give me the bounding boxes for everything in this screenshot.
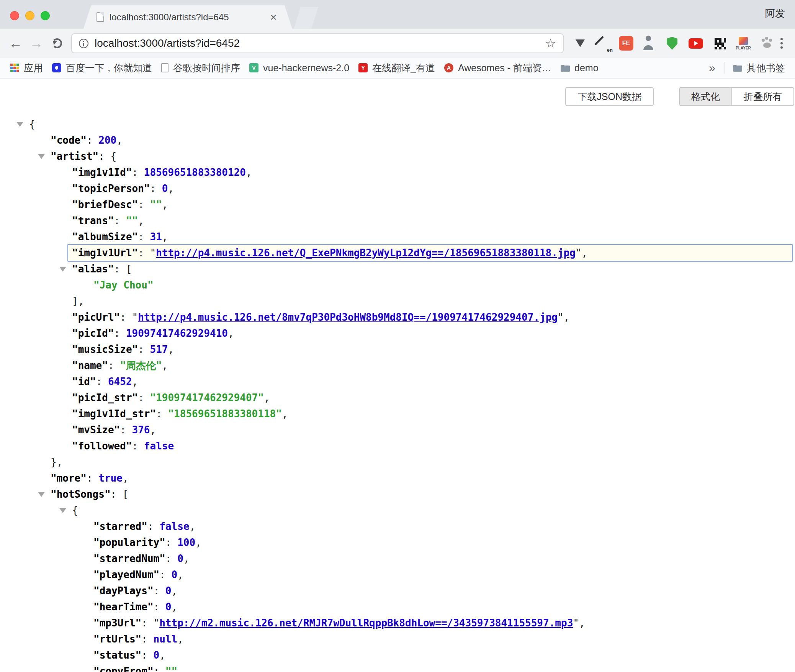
reload-icon[interactable] xyxy=(47,33,67,54)
json-token: : " xyxy=(138,247,156,259)
qr-icon[interactable] xyxy=(711,33,728,54)
tab-close-icon[interactable] xyxy=(268,11,279,23)
json-token: 0 xyxy=(154,649,160,661)
json-token: "18569651883380118" xyxy=(168,408,281,420)
bookmark-star-icon[interactable] xyxy=(545,36,556,51)
json-line: "id": 6452, xyxy=(0,374,795,390)
json-line: "mp3Url": "http://m2.music.126.net/RMJR7… xyxy=(0,615,795,631)
json-token: "picId" xyxy=(72,328,114,339)
json-line-content: "img1v1Id": 18569651883380120, xyxy=(72,164,795,180)
bookmarks-bar: 应用百度一下，你就知道谷歌按时间排序Vvue-hackernews-2.0Y在线… xyxy=(0,58,795,79)
address-bar[interactable]: localhost:3000/artists?id=6452 xyxy=(71,33,564,53)
shield-icon[interactable] xyxy=(663,33,681,54)
json-token: : xyxy=(165,553,177,564)
bookmarks-bar-items: 应用百度一下，你就知道谷歌按时间排序Vvue-hackernews-2.0Y在线… xyxy=(5,58,603,78)
paw-icon[interactable] xyxy=(758,33,776,54)
json-line-content: "hearTime": 0, xyxy=(93,599,795,615)
json-line: "copyFrom": "", xyxy=(0,663,795,672)
json-link[interactable]: http://p4.music.126.net/8mv7qP30Pd3oHW8b… xyxy=(138,311,558,323)
vimium-icon[interactable] xyxy=(571,33,589,54)
json-token: "artist" xyxy=(51,151,98,162)
bookmark-item[interactable]: demo xyxy=(556,58,603,78)
json-line: "playedNum": 0, xyxy=(0,567,795,583)
collapse-all-button[interactable]: 折叠所有 xyxy=(732,87,794,106)
bookmarks-divider xyxy=(725,62,725,74)
close-window-button[interactable] xyxy=(10,11,19,20)
json-token: , xyxy=(123,472,129,484)
browser-window: localhost:3000/artists?id=645 阿发 localho… xyxy=(0,0,795,672)
json-line-content: "mp3Url": "http://m2.music.126.net/RMJR7… xyxy=(93,615,795,631)
json-token: : xyxy=(120,424,132,436)
json-line-content: "rtUrls": null, xyxy=(93,631,795,647)
bookmark-item[interactable]: 应用 xyxy=(5,58,47,78)
json-line: "topicPerson": 0, xyxy=(0,180,795,197)
json-token: 0 xyxy=(165,585,172,597)
bookmark-item[interactable]: AAwesomes - 前端资… xyxy=(440,58,556,78)
bookmark-item[interactable]: Vvue-hackernews-2.0 xyxy=(245,58,354,78)
json-line-content: "starredNum": 0, xyxy=(93,551,795,567)
bookmark-item[interactable]: Y在线翻译_有道 xyxy=(354,58,440,78)
json-line-content: ], xyxy=(72,293,795,309)
json-token: "starred" xyxy=(93,521,147,532)
json-line-content: "mvSize": 376, xyxy=(72,422,795,438)
collapse-toggle-icon[interactable] xyxy=(59,267,66,272)
json-token: : xyxy=(132,440,144,452)
page-icon xyxy=(161,63,168,72)
json-token: "hearTime" xyxy=(93,601,154,613)
json-token: , xyxy=(183,553,190,564)
json-line: "trans": "", xyxy=(0,213,795,229)
zoom-window-button[interactable] xyxy=(41,11,50,20)
json-token: ], xyxy=(72,295,84,307)
json-token: : xyxy=(114,328,126,339)
json-token: , xyxy=(282,408,288,420)
json-token: "briefDesc" xyxy=(72,199,138,210)
json-token: : xyxy=(141,633,153,645)
collapse-toggle-icon[interactable] xyxy=(38,154,45,159)
json-line: "briefDesc": "", xyxy=(0,197,795,213)
other-bookmarks-button[interactable]: 其他书签 xyxy=(728,58,790,78)
json-token: , xyxy=(172,585,178,597)
overflow-menu-icon[interactable] xyxy=(780,42,783,44)
profile-name[interactable]: 阿发 xyxy=(765,7,785,22)
site-info-icon[interactable] xyxy=(79,39,88,48)
person-icon[interactable] xyxy=(640,33,657,54)
fehelper-icon[interactable]: FE xyxy=(619,36,633,51)
back-icon[interactable] xyxy=(5,33,26,54)
collapse-toggle-icon[interactable] xyxy=(38,492,45,497)
youdao-icon: Y xyxy=(358,63,368,72)
json-token: : xyxy=(154,585,165,597)
minimize-window-button[interactable] xyxy=(25,11,34,20)
json-gutter xyxy=(0,508,72,513)
json-token: null xyxy=(154,633,178,645)
format-button[interactable]: 格式化 xyxy=(679,87,732,106)
download-json-button[interactable]: 下载JSON数据 xyxy=(565,87,654,106)
bookmark-label: 百度一下，你就知道 xyxy=(66,62,152,74)
json-token: 18569651883380120 xyxy=(144,167,246,178)
json-link[interactable]: http://p4.music.126.net/Q_ExePNkmgB2yWyL… xyxy=(156,247,576,259)
collapse-toggle-icon[interactable] xyxy=(16,122,23,127)
json-token: : xyxy=(154,601,165,613)
json-line-content: }, xyxy=(51,454,795,470)
url-text[interactable]: localhost:3000/artists?id=6452 xyxy=(95,37,545,49)
bookmark-item[interactable]: 谷歌按时间排序 xyxy=(157,58,245,78)
bookmarks-overflow-chevron[interactable]: » xyxy=(703,61,721,74)
browser-tab[interactable]: localhost:3000/artists?id=645 xyxy=(83,5,292,29)
json-line: "popularity": 100, xyxy=(0,534,795,551)
json-line-content: "picUrl": "http://p4.music.126.net/8mv7q… xyxy=(72,309,795,325)
view-mode-group: 格式化 折叠所有 xyxy=(679,87,794,106)
bookmark-item[interactable]: 百度一下，你就知道 xyxy=(47,58,157,78)
json-token: "albumSize" xyxy=(72,231,138,243)
youtube-icon[interactable] xyxy=(687,33,705,54)
json-token: "followed" xyxy=(72,440,132,452)
translate-icon[interactable]: en xyxy=(595,33,613,54)
collapse-toggle-icon[interactable] xyxy=(59,508,66,513)
player-icon[interactable]: PLAYER xyxy=(734,33,752,54)
json-link[interactable]: http://m2.music.126.net/RMJR7wDullRqppBk… xyxy=(159,617,573,629)
bookmark-label: vue-hackernews-2.0 xyxy=(263,62,349,74)
json-line: "code": 200, xyxy=(0,132,795,148)
new-tab-button[interactable] xyxy=(294,7,318,29)
json-line: "starredNum": 0, xyxy=(0,551,795,567)
json-gutter xyxy=(0,492,51,497)
json-line-content: "popularity": 100, xyxy=(93,534,795,551)
json-line: "hotSongs": [ xyxy=(0,486,795,502)
